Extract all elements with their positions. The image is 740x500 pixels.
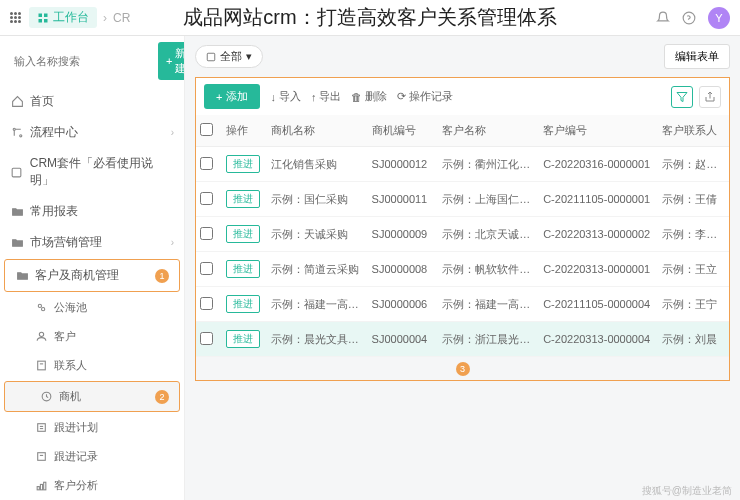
footer-badge: 3 (196, 357, 729, 380)
row-checkbox[interactable] (200, 227, 213, 240)
select-all-checkbox[interactable] (200, 123, 213, 136)
user-icon (34, 330, 48, 344)
sidebar-item[interactable]: 流程中心› (0, 117, 184, 148)
row-checkbox[interactable] (200, 192, 213, 205)
svg-point-4 (683, 12, 695, 24)
table-row[interactable]: 推进示例：天诚采购SJ0000009示例：北京天诚软件..C-20220313-… (196, 217, 729, 252)
title-overlay: 成品网站crm：打造高效客户关系管理体系 (183, 4, 556, 31)
apps-icon[interactable] (10, 12, 21, 23)
cell-contact: 示例：王宁 (658, 287, 729, 322)
column-header: 商机编号 (368, 115, 439, 147)
funnel-icon (676, 91, 688, 103)
toolbar: +添加 ↓导入 ↑导出 🗑删除 ⟳操作记录 (195, 77, 730, 115)
cell-customer: 示例：上海国仁有限... (438, 182, 539, 217)
svg-point-12 (39, 332, 43, 336)
contact-icon (34, 359, 48, 373)
sidebar-item[interactable]: 跟进记录 (0, 442, 184, 471)
sidebar-item-label: 联系人 (54, 358, 87, 373)
table-row[interactable]: 推进示例：简道云采购SJ0000008示例：帆软软件有限公司C-20220313… (196, 252, 729, 287)
column-header: 客户名称 (438, 115, 539, 147)
column-header (196, 115, 222, 147)
sidebar-item-label: 流程中心 (30, 124, 78, 141)
cell-contact: 示例：赵仁民 (658, 147, 729, 182)
table-wrap: 操作商机名称商机编号客户名称客户编号客户联系人 推进江化销售采购SJ000001… (195, 115, 730, 381)
export-icon: ↑ (311, 91, 317, 103)
log-button[interactable]: ⟳操作记录 (397, 89, 453, 104)
export-button[interactable]: ↑导出 (311, 89, 342, 104)
push-button[interactable]: 推进 (226, 260, 260, 278)
sidebar-item[interactable]: 联系人 (0, 351, 184, 380)
table-row[interactable]: 推进示例：福建一高3月订单SJ0000006示例：福建一高集团C-2021110… (196, 287, 729, 322)
workbench-badge[interactable]: 工作台 (29, 7, 97, 28)
cell-name: 示例：天诚采购 (267, 217, 368, 252)
add-button-label: 添加 (226, 89, 248, 104)
filter-all[interactable]: 全部 ▾ (195, 45, 263, 68)
new-button[interactable]: +新建 (158, 42, 185, 80)
search-input[interactable] (14, 55, 152, 67)
delete-button[interactable]: 🗑删除 (351, 89, 387, 104)
sidebar-item[interactable]: CRM套件「必看使用说明」 (0, 148, 184, 196)
sidebar-item[interactable]: 公海池 (0, 293, 184, 322)
clock-icon: ⟳ (397, 90, 406, 103)
row-checkbox[interactable] (200, 297, 213, 310)
svg-rect-13 (37, 361, 45, 370)
sidebar-item-label: 客户分析 (54, 478, 98, 493)
chevron-right-icon: › (171, 127, 174, 138)
svg-rect-22 (40, 484, 42, 489)
edit-form-button[interactable]: 编辑表单 (664, 44, 730, 69)
kit-icon (10, 165, 24, 179)
sidebar-item[interactable]: 商机2 (4, 381, 180, 412)
help-icon[interactable] (682, 11, 696, 25)
add-button[interactable]: +添加 (204, 84, 260, 109)
row-checkbox[interactable] (200, 262, 213, 275)
svg-rect-21 (37, 487, 39, 490)
biz-icon (39, 390, 53, 404)
svg-rect-27 (207, 53, 215, 61)
avatar[interactable]: Y (708, 7, 730, 29)
sidebar-item[interactable]: 市场营销管理› (0, 227, 184, 258)
sidebar-item[interactable]: 客户分析 (0, 471, 184, 500)
pool-icon (34, 301, 48, 315)
svg-rect-1 (44, 13, 48, 17)
table-row[interactable]: 推进示例：国仁采购SJ0000011示例：上海国仁有限...C-20211105… (196, 182, 729, 217)
workbench-label: 工作台 (53, 9, 89, 26)
cell-name: 示例：晨光文具设备... (267, 322, 368, 357)
sidebar-item[interactable]: 客户 (0, 322, 184, 351)
cell-customer-code: C-20220313-0000001 (539, 252, 658, 287)
crumb-sep: › (103, 11, 107, 25)
cell-customer-code: C-20220316-0000001 (539, 147, 658, 182)
table-row[interactable]: 推进示例：晨光文具设备...SJ0000004示例：浙江晨光文具...C-202… (196, 322, 729, 357)
table-row[interactable]: 推进江化销售采购SJ0000012示例：衢州江化集团C-20220316-000… (196, 147, 729, 182)
push-button[interactable]: 推进 (226, 190, 260, 208)
cell-code: SJ0000006 (368, 287, 439, 322)
sidebar-item[interactable]: 客户及商机管理1 (4, 259, 180, 292)
export-icon-button[interactable] (699, 86, 721, 108)
chevron-right-icon: › (171, 237, 174, 248)
column-header: 客户编号 (539, 115, 658, 147)
filter-icon-button[interactable] (671, 86, 693, 108)
sidebar-item[interactable]: 首页 (0, 86, 184, 117)
plan-icon (34, 421, 48, 435)
svg-point-10 (38, 304, 41, 307)
row-checkbox[interactable] (200, 157, 213, 170)
sidebar-item-label: 客户 (54, 329, 76, 344)
sidebar: +新建 首页流程中心›CRM套件「必看使用说明」常用报表市场营销管理›客户及商机… (0, 36, 185, 500)
watermark: 搜狐号@制造业老简 (642, 484, 732, 498)
svg-rect-19 (37, 453, 45, 461)
top-header: 工作台 › CR 成品网站crm：打造高效客户关系管理体系 Y (0, 0, 740, 36)
data-table: 操作商机名称商机编号客户名称客户编号客户联系人 推进江化销售采购SJ000001… (196, 115, 729, 357)
push-button[interactable]: 推进 (226, 295, 260, 313)
row-checkbox[interactable] (200, 332, 213, 345)
push-button[interactable]: 推进 (226, 225, 260, 243)
import-button[interactable]: ↓导入 (270, 89, 301, 104)
sidebar-item[interactable]: 跟进计划 (0, 413, 184, 442)
bell-icon[interactable] (656, 11, 670, 25)
push-button[interactable]: 推进 (226, 330, 260, 348)
sidebar-item-label: 客户及商机管理 (35, 267, 119, 284)
svg-point-11 (41, 308, 44, 311)
sidebar-item[interactable]: 常用报表 (0, 196, 184, 227)
sidebar-item-label: 跟进计划 (54, 420, 98, 435)
cell-name: 江化销售采购 (267, 147, 368, 182)
push-button[interactable]: 推进 (226, 155, 260, 173)
cell-contact: 示例：王立 (658, 252, 729, 287)
